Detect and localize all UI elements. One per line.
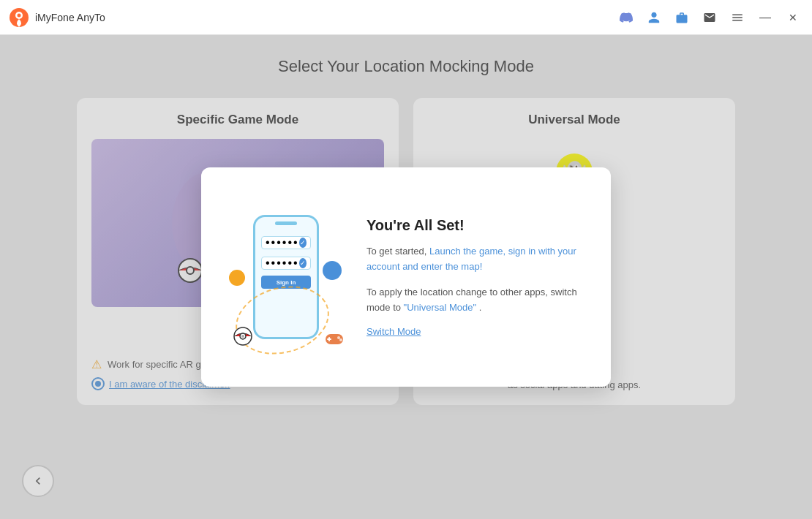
modal-overlay: • • • • • • ✓ • • • • • [0,35,812,519]
dot12: • [293,257,298,270]
titlebar: iMyFone AnyTo — ✕ [0,0,812,35]
discord-icon [620,11,633,24]
titlebar-left: iMyFone AnyTo [9,7,105,28]
modal-dialog: • • • • • • ✓ • • • • • [201,167,611,387]
highlight-universal: "Universal Mode" [404,302,477,313]
phone-notch [275,221,297,225]
dot10: • [282,257,287,270]
svg-rect-24 [327,338,331,340]
dot5: • [287,236,292,249]
mail-icon [703,11,716,24]
dot7: • [266,257,270,270]
phone-illustration: • • • • • • ✓ • • • • • [228,197,345,357]
titlebar-controls: — ✕ [616,7,803,28]
float-controller [324,331,345,352]
briefcase-button[interactable] [672,7,692,28]
close-button close[interactable]: ✕ [783,7,803,28]
float-orange-dot [229,270,245,286]
phone-input2: • • • • • • ✓ [261,257,311,270]
minimize-button[interactable]: — [755,7,775,28]
hamburger-icon [731,11,744,24]
briefcase-icon [675,11,688,24]
check-circle2: ✓ [299,258,307,268]
highlight-launch: Launch the game, sign in with your accou… [366,246,576,272]
discord-button[interactable] [616,7,636,28]
float-blue-dot [323,261,342,280]
modal-text-content: You're All Set! To get started, Launch t… [366,197,584,357]
dot11: • [287,257,292,270]
modal-paragraph1: To get started, Launch the game, sign in… [366,244,584,275]
user-icon [647,11,661,24]
dot3: • [277,236,281,249]
dot8: • [271,257,276,270]
modal-paragraph2: To apply the location change to other ap… [366,285,584,316]
app-icon [9,7,29,28]
svg-point-26 [339,338,342,341]
dot4: • [282,236,287,249]
dot9: • [277,257,281,270]
svg-point-25 [337,336,340,339]
menu-button[interactable] [727,7,748,28]
float-pokeball [233,327,254,347]
user-button[interactable] [644,7,664,28]
svg-point-21 [241,335,244,338]
dot2: • [271,236,276,249]
app-title: iMyFone AnyTo [35,12,105,23]
svg-point-2 [18,13,21,17]
main-content: Select Your Location Mocking Mode Specif… [0,35,812,519]
mail-button[interactable] [699,7,720,28]
orbit-dashed [228,276,337,365]
dot1: • [266,236,270,249]
phone-input1: • • • • • • ✓ [261,236,311,249]
phone-signin-label: Sign In [277,279,296,286]
modal-title: You're All Set! [366,217,584,234]
check-circle1: ✓ [299,238,307,248]
switch-mode-link[interactable]: Switch Mode [366,326,584,337]
dot6: • [293,236,298,249]
